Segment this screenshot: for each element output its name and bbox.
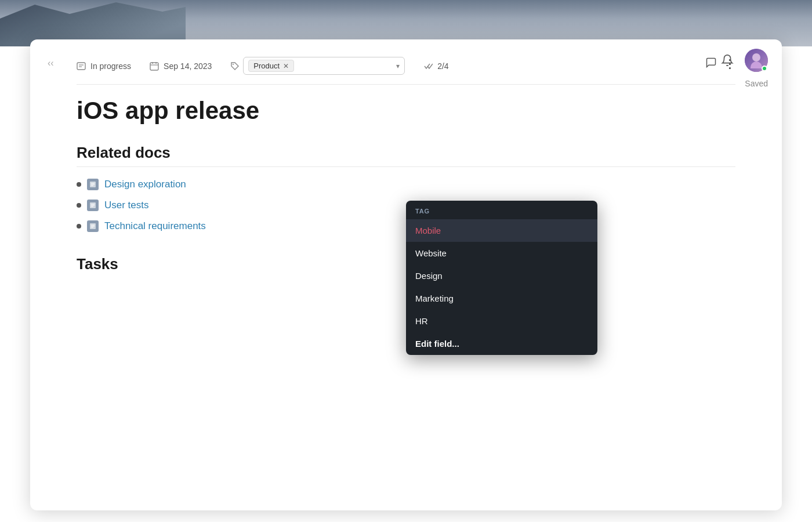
- related-docs-heading: Related docs: [77, 144, 735, 167]
- dropdown-item-design[interactable]: Design: [406, 264, 597, 287]
- tag-dropdown-menu: TAG Mobile Website Design Marketing HR E…: [406, 201, 597, 355]
- doc-icon: [87, 200, 99, 211]
- list-item: Design exploration: [77, 179, 735, 190]
- saved-label: Saved: [745, 79, 768, 88]
- online-status-dot: [762, 66, 767, 71]
- product-tag-chip: Product ✕: [248, 60, 294, 72]
- back-navigation[interactable]: ‹‹: [48, 58, 54, 68]
- doc-icon: [87, 220, 99, 232]
- svg-rect-3: [150, 63, 158, 70]
- checklist-field[interactable]: 2/4: [423, 61, 448, 71]
- calendar-icon: [150, 61, 159, 71]
- tag-remove-button[interactable]: ✕: [283, 62, 289, 70]
- checklist-count: 2/4: [437, 61, 448, 71]
- dropdown-item-marketing[interactable]: Marketing: [406, 287, 597, 310]
- tag-input-wrapper[interactable]: Product ✕ ▾: [243, 57, 405, 75]
- tag-chip-label: Product: [253, 61, 280, 70]
- tag-icon: [230, 61, 240, 71]
- doc-link-technical-requirements[interactable]: Technical requirements: [104, 220, 206, 232]
- status-field[interactable]: In progress: [77, 61, 131, 71]
- dropdown-item-hr[interactable]: HR: [406, 310, 597, 332]
- tag-field[interactable]: Product ✕ ▾: [230, 57, 405, 75]
- status-label: In progress: [90, 61, 131, 71]
- dropdown-item-website[interactable]: Website: [406, 242, 597, 264]
- doc-icon: [87, 179, 99, 190]
- metadata-row: ‹‹ In progress: [77, 51, 735, 84]
- checklist-icon: [423, 61, 433, 71]
- bullet-dot: [77, 203, 81, 208]
- svg-rect-0: [77, 63, 85, 70]
- comment-icon[interactable]: [705, 57, 717, 71]
- date-field[interactable]: Sep 14, 2023: [150, 61, 212, 71]
- dropdown-item-edit-field[interactable]: Edit field...: [406, 332, 597, 355]
- tag-search-input[interactable]: [296, 61, 394, 70]
- user-avatar[interactable]: [745, 49, 768, 72]
- svg-point-7: [233, 64, 234, 65]
- date-label: Sep 14, 2023: [164, 61, 212, 71]
- action-icons: ⋮: [705, 57, 735, 71]
- more-options-icon[interactable]: ⋮: [724, 58, 735, 70]
- doc-link-user-tests[interactable]: User tests: [104, 200, 149, 211]
- bullet-dot: [77, 182, 81, 187]
- tag-dropdown-arrow[interactable]: ▾: [396, 62, 400, 70]
- doc-link-design-exploration[interactable]: Design exploration: [104, 179, 186, 190]
- metadata-separator: [77, 84, 735, 85]
- dropdown-header: TAG: [406, 201, 597, 219]
- bullet-dot: [77, 224, 81, 229]
- status-icon: [77, 61, 86, 71]
- dropdown-item-mobile[interactable]: Mobile: [406, 219, 597, 242]
- page-title: iOS app release: [77, 96, 735, 125]
